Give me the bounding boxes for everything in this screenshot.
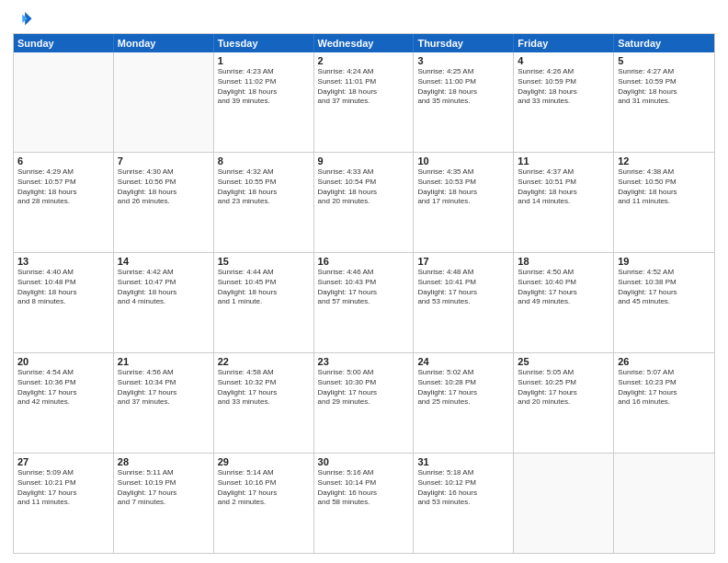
day-number: 20 [17, 356, 109, 367]
weekday-header: Friday [514, 34, 614, 52]
day-number: 28 [118, 456, 210, 467]
cell-info: Sunrise: 4:32 AM Sunset: 10:55 PM Daylig… [218, 167, 310, 207]
cell-info: Sunrise: 5:18 AM Sunset: 10:12 PM Daylig… [417, 468, 509, 508]
day-number: 26 [618, 356, 711, 367]
cell-info: Sunrise: 5:09 AM Sunset: 10:21 PM Daylig… [17, 468, 109, 508]
header [13, 9, 715, 29]
cell-info: Sunrise: 4:26 AM Sunset: 10:59 PM Daylig… [518, 67, 609, 107]
calendar-cell: 21Sunrise: 4:56 AM Sunset: 10:34 PM Dayl… [114, 353, 214, 453]
day-number: 25 [518, 356, 609, 367]
calendar-row: 6Sunrise: 4:29 AM Sunset: 10:57 PM Dayli… [14, 152, 714, 252]
calendar-row: 20Sunrise: 4:54 AM Sunset: 10:36 PM Dayl… [14, 352, 714, 453]
calendar-row: 1Sunrise: 4:23 AM Sunset: 11:02 PM Dayli… [14, 52, 714, 152]
day-number: 29 [218, 456, 310, 467]
day-number: 5 [618, 55, 711, 66]
cell-info: Sunrise: 5:00 AM Sunset: 10:30 PM Daylig… [318, 368, 410, 408]
weekday-header: Thursday [414, 34, 514, 52]
calendar-cell [614, 454, 714, 553]
cell-info: Sunrise: 4:50 AM Sunset: 10:40 PM Daylig… [518, 268, 609, 307]
calendar-cell: 9Sunrise: 4:33 AM Sunset: 10:54 PM Dayli… [314, 153, 415, 252]
calendar-cell: 28Sunrise: 5:11 AM Sunset: 10:19 PM Dayl… [114, 454, 214, 553]
calendar-cell: 23Sunrise: 5:00 AM Sunset: 10:30 PM Dayl… [314, 353, 415, 453]
calendar-cell: 2Sunrise: 4:24 AM Sunset: 11:01 PM Dayli… [314, 52, 415, 152]
calendar-cell: 27Sunrise: 5:09 AM Sunset: 10:21 PM Dayl… [14, 454, 114, 553]
day-number: 17 [417, 256, 509, 267]
calendar-cell: 8Sunrise: 4:32 AM Sunset: 10:55 PM Dayli… [214, 153, 314, 252]
day-number: 23 [318, 356, 410, 367]
calendar-row: 13Sunrise: 4:40 AM Sunset: 10:48 PM Dayl… [14, 252, 714, 352]
cell-info: Sunrise: 4:44 AM Sunset: 10:45 PM Daylig… [218, 268, 310, 307]
cell-info: Sunrise: 4:29 AM Sunset: 10:57 PM Daylig… [17, 167, 109, 207]
day-number: 3 [417, 55, 509, 66]
calendar-cell: 18Sunrise: 4:50 AM Sunset: 10:40 PM Dayl… [514, 253, 614, 352]
logo-icon [13, 9, 33, 29]
day-number: 30 [318, 456, 410, 467]
calendar-cell: 3Sunrise: 4:25 AM Sunset: 11:00 PM Dayli… [414, 52, 514, 152]
calendar-cell: 22Sunrise: 4:58 AM Sunset: 10:32 PM Dayl… [214, 353, 314, 453]
day-number: 19 [618, 256, 711, 267]
calendar-cell: 20Sunrise: 4:54 AM Sunset: 10:36 PM Dayl… [14, 353, 114, 453]
day-number: 11 [518, 155, 609, 167]
calendar: SundayMondayTuesdayWednesdayThursdayFrid… [13, 33, 715, 554]
calendar-cell: 6Sunrise: 4:29 AM Sunset: 10:57 PM Dayli… [14, 153, 114, 252]
calendar-cell: 31Sunrise: 5:18 AM Sunset: 10:12 PM Dayl… [414, 454, 514, 553]
calendar-cell: 5Sunrise: 4:27 AM Sunset: 10:59 PM Dayli… [614, 52, 714, 152]
day-number: 1 [218, 55, 310, 66]
day-number: 8 [218, 155, 310, 167]
cell-info: Sunrise: 5:16 AM Sunset: 10:14 PM Daylig… [318, 468, 410, 508]
cell-info: Sunrise: 4:30 AM Sunset: 10:56 PM Daylig… [118, 167, 210, 207]
calendar-cell: 10Sunrise: 4:35 AM Sunset: 10:53 PM Dayl… [414, 153, 514, 252]
cell-info: Sunrise: 5:11 AM Sunset: 10:19 PM Daylig… [118, 468, 210, 508]
cell-info: Sunrise: 4:42 AM Sunset: 10:47 PM Daylig… [118, 268, 210, 307]
calendar-cell: 16Sunrise: 4:46 AM Sunset: 10:43 PM Dayl… [314, 253, 415, 352]
cell-info: Sunrise: 5:14 AM Sunset: 10:16 PM Daylig… [218, 468, 310, 508]
calendar-cell: 14Sunrise: 4:42 AM Sunset: 10:47 PM Dayl… [114, 253, 214, 352]
day-number: 2 [318, 55, 410, 66]
day-number: 10 [417, 155, 509, 167]
cell-info: Sunrise: 4:35 AM Sunset: 10:53 PM Daylig… [417, 167, 509, 207]
calendar-header: SundayMondayTuesdayWednesdayThursdayFrid… [14, 34, 714, 52]
calendar-row: 27Sunrise: 5:09 AM Sunset: 10:21 PM Dayl… [14, 453, 714, 553]
cell-info: Sunrise: 4:48 AM Sunset: 10:41 PM Daylig… [417, 268, 509, 307]
cell-info: Sunrise: 5:02 AM Sunset: 10:28 PM Daylig… [417, 368, 509, 408]
day-number: 4 [518, 55, 609, 66]
calendar-cell: 7Sunrise: 4:30 AM Sunset: 10:56 PM Dayli… [114, 153, 214, 252]
day-number: 21 [118, 356, 210, 367]
calendar-cell: 1Sunrise: 4:23 AM Sunset: 11:02 PM Dayli… [214, 52, 314, 152]
weekday-header: Monday [114, 34, 214, 52]
calendar-cell: 11Sunrise: 4:37 AM Sunset: 10:51 PM Dayl… [514, 153, 614, 252]
logo [13, 9, 37, 29]
day-number: 7 [118, 155, 210, 167]
weekday-header: Wednesday [314, 34, 415, 52]
cell-info: Sunrise: 4:38 AM Sunset: 10:50 PM Daylig… [618, 167, 711, 207]
cell-info: Sunrise: 4:24 AM Sunset: 11:01 PM Daylig… [318, 67, 410, 107]
page: SundayMondayTuesdayWednesdayThursdayFrid… [0, 0, 728, 563]
calendar-cell [14, 52, 114, 152]
cell-info: Sunrise: 4:58 AM Sunset: 10:32 PM Daylig… [218, 368, 310, 408]
cell-info: Sunrise: 5:05 AM Sunset: 10:25 PM Daylig… [518, 368, 609, 408]
weekday-header: Sunday [14, 34, 114, 52]
cell-info: Sunrise: 4:56 AM Sunset: 10:34 PM Daylig… [118, 368, 210, 408]
day-number: 14 [118, 256, 210, 267]
weekday-header: Saturday [614, 34, 714, 52]
day-number: 22 [218, 356, 310, 367]
day-number: 27 [17, 456, 109, 467]
day-number: 18 [518, 256, 609, 267]
day-number: 6 [17, 155, 109, 167]
day-number: 15 [218, 256, 310, 267]
calendar-cell: 25Sunrise: 5:05 AM Sunset: 10:25 PM Dayl… [514, 353, 614, 453]
calendar-cell: 19Sunrise: 4:52 AM Sunset: 10:38 PM Dayl… [614, 253, 714, 352]
cell-info: Sunrise: 4:40 AM Sunset: 10:48 PM Daylig… [17, 268, 109, 307]
cell-info: Sunrise: 4:46 AM Sunset: 10:43 PM Daylig… [318, 268, 410, 307]
calendar-cell: 15Sunrise: 4:44 AM Sunset: 10:45 PM Dayl… [214, 253, 314, 352]
day-number: 9 [318, 155, 410, 167]
day-number: 12 [618, 155, 711, 167]
calendar-cell [514, 454, 614, 553]
calendar-cell: 26Sunrise: 5:07 AM Sunset: 10:23 PM Dayl… [614, 353, 714, 453]
cell-info: Sunrise: 5:07 AM Sunset: 10:23 PM Daylig… [618, 368, 711, 408]
day-number: 13 [17, 256, 109, 267]
day-number: 24 [417, 356, 509, 367]
cell-info: Sunrise: 4:23 AM Sunset: 11:02 PM Daylig… [218, 67, 310, 107]
calendar-cell: 29Sunrise: 5:14 AM Sunset: 10:16 PM Dayl… [214, 454, 314, 553]
calendar-cell: 17Sunrise: 4:48 AM Sunset: 10:41 PM Dayl… [414, 253, 514, 352]
